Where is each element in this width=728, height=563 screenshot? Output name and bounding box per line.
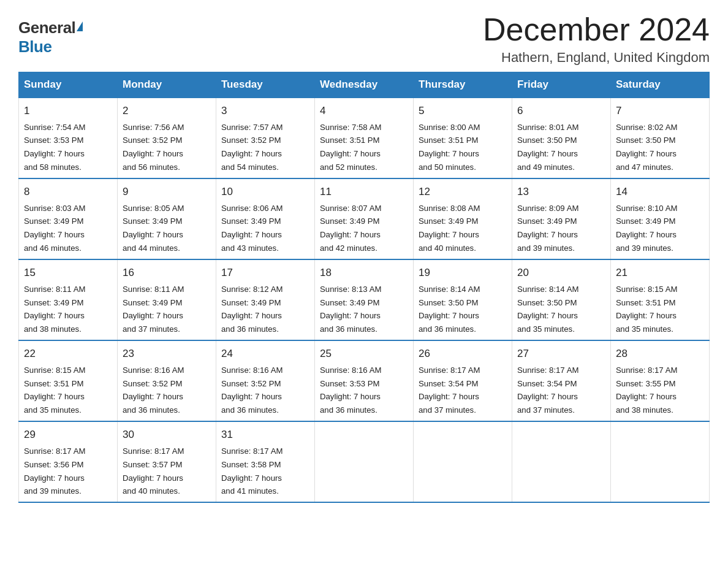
table-row: 26 Sunrise: 8:17 AMSunset: 3:54 PMDaylig…	[414, 340, 512, 421]
logo-general: General	[18, 18, 75, 37]
table-row	[414, 421, 512, 502]
day-info: Sunrise: 8:17 AMSunset: 3:54 PMDaylight:…	[419, 366, 480, 415]
day-number: 14	[616, 184, 704, 200]
day-number: 2	[123, 103, 211, 119]
day-number: 26	[419, 346, 507, 362]
table-row: 22 Sunrise: 8:15 AMSunset: 3:51 PMDaylig…	[19, 340, 118, 421]
day-info: Sunrise: 8:15 AMSunset: 3:51 PMDaylight:…	[616, 285, 677, 334]
header-row: Sunday Monday Tuesday Wednesday Thursday…	[19, 72, 710, 98]
table-row: 12 Sunrise: 8:08 AMSunset: 3:49 PMDaylig…	[414, 178, 512, 259]
week-row-4: 22 Sunrise: 8:15 AMSunset: 3:51 PMDaylig…	[19, 340, 710, 421]
table-row: 21 Sunrise: 8:15 AMSunset: 3:51 PMDaylig…	[611, 259, 710, 340]
week-row-5: 29 Sunrise: 8:17 AMSunset: 3:56 PMDaylig…	[19, 421, 710, 502]
table-row	[315, 421, 414, 502]
day-info: Sunrise: 8:06 AMSunset: 3:49 PMDaylight:…	[221, 204, 282, 253]
day-info: Sunrise: 8:02 AMSunset: 3:50 PMDaylight:…	[616, 123, 677, 172]
day-info: Sunrise: 7:58 AMSunset: 3:51 PMDaylight:…	[320, 123, 381, 172]
day-info: Sunrise: 8:16 AMSunset: 3:52 PMDaylight:…	[221, 366, 282, 415]
day-info: Sunrise: 8:07 AMSunset: 3:49 PMDaylight:…	[320, 204, 381, 253]
day-number: 3	[221, 103, 309, 119]
day-info: Sunrise: 8:15 AMSunset: 3:51 PMDaylight:…	[24, 366, 85, 415]
day-number: 30	[123, 427, 211, 443]
table-row: 9 Sunrise: 8:05 AMSunset: 3:49 PMDayligh…	[118, 178, 216, 259]
day-info: Sunrise: 8:00 AMSunset: 3:51 PMDaylight:…	[419, 123, 480, 172]
table-row: 30 Sunrise: 8:17 AMSunset: 3:57 PMDaylig…	[118, 421, 216, 502]
table-row: 23 Sunrise: 8:16 AMSunset: 3:52 PMDaylig…	[118, 340, 216, 421]
table-row: 25 Sunrise: 8:16 AMSunset: 3:53 PMDaylig…	[315, 340, 414, 421]
day-number: 7	[616, 103, 704, 119]
table-row: 18 Sunrise: 8:13 AMSunset: 3:49 PMDaylig…	[315, 259, 414, 340]
day-number: 10	[221, 184, 309, 200]
table-row: 2 Sunrise: 7:56 AMSunset: 3:52 PMDayligh…	[118, 98, 216, 178]
table-row: 29 Sunrise: 8:17 AMSunset: 3:56 PMDaylig…	[19, 421, 118, 502]
table-row: 17 Sunrise: 8:12 AMSunset: 3:49 PMDaylig…	[216, 259, 315, 340]
day-number: 18	[320, 265, 408, 281]
header-friday: Friday	[512, 72, 611, 98]
day-number: 31	[221, 427, 309, 443]
header-wednesday: Wednesday	[315, 72, 414, 98]
header-sunday: Sunday	[19, 72, 118, 98]
day-info: Sunrise: 8:14 AMSunset: 3:50 PMDaylight:…	[517, 285, 578, 334]
day-number: 17	[221, 265, 309, 281]
day-info: Sunrise: 7:54 AMSunset: 3:53 PMDaylight:…	[24, 123, 85, 172]
header-saturday: Saturday	[611, 72, 710, 98]
table-row: 27 Sunrise: 8:17 AMSunset: 3:54 PMDaylig…	[512, 340, 611, 421]
day-info: Sunrise: 8:01 AMSunset: 3:50 PMDaylight:…	[517, 123, 578, 172]
table-row: 8 Sunrise: 8:03 AMSunset: 3:49 PMDayligh…	[19, 178, 118, 259]
logo: General Blue	[18, 18, 83, 56]
table-row: 3 Sunrise: 7:57 AMSunset: 3:52 PMDayligh…	[216, 98, 315, 178]
calendar-header: Sunday Monday Tuesday Wednesday Thursday…	[19, 72, 710, 98]
day-info: Sunrise: 8:10 AMSunset: 3:49 PMDaylight:…	[616, 204, 677, 253]
header-thursday: Thursday	[414, 72, 512, 98]
header-monday: Monday	[118, 72, 216, 98]
day-info: Sunrise: 8:11 AMSunset: 3:49 PMDaylight:…	[123, 285, 184, 334]
day-info: Sunrise: 8:13 AMSunset: 3:49 PMDaylight:…	[320, 285, 381, 334]
week-row-1: 1 Sunrise: 7:54 AMSunset: 3:53 PMDayligh…	[19, 98, 710, 178]
day-number: 22	[24, 346, 112, 362]
table-row: 1 Sunrise: 7:54 AMSunset: 3:53 PMDayligh…	[19, 98, 118, 178]
day-number: 15	[24, 265, 112, 281]
table-row	[512, 421, 611, 502]
day-number: 16	[123, 265, 211, 281]
logo-blue: Blue	[18, 37, 51, 56]
day-info: Sunrise: 8:08 AMSunset: 3:49 PMDaylight:…	[419, 204, 480, 253]
day-number: 5	[419, 103, 507, 119]
table-row: 28 Sunrise: 8:17 AMSunset: 3:55 PMDaylig…	[611, 340, 710, 421]
day-number: 11	[320, 184, 408, 200]
week-row-3: 15 Sunrise: 8:11 AMSunset: 3:49 PMDaylig…	[19, 259, 710, 340]
day-info: Sunrise: 8:17 AMSunset: 3:55 PMDaylight:…	[616, 366, 677, 415]
table-row: 20 Sunrise: 8:14 AMSunset: 3:50 PMDaylig…	[512, 259, 611, 340]
table-row: 24 Sunrise: 8:16 AMSunset: 3:52 PMDaylig…	[216, 340, 315, 421]
day-info: Sunrise: 7:56 AMSunset: 3:52 PMDaylight:…	[123, 123, 184, 172]
logo-triangle-icon	[77, 21, 83, 31]
day-info: Sunrise: 8:03 AMSunset: 3:49 PMDaylight:…	[24, 204, 85, 253]
day-number: 23	[123, 346, 211, 362]
day-info: Sunrise: 8:16 AMSunset: 3:52 PMDaylight:…	[123, 366, 184, 415]
day-number: 25	[320, 346, 408, 362]
day-info: Sunrise: 8:11 AMSunset: 3:49 PMDaylight:…	[24, 285, 85, 334]
calendar-subtitle: Hathern, England, United Kingdom	[483, 50, 710, 66]
table-row: 13 Sunrise: 8:09 AMSunset: 3:49 PMDaylig…	[512, 178, 611, 259]
table-row: 19 Sunrise: 8:14 AMSunset: 3:50 PMDaylig…	[414, 259, 512, 340]
day-info: Sunrise: 8:17 AMSunset: 3:56 PMDaylight:…	[24, 446, 85, 496]
day-number: 29	[24, 427, 112, 443]
day-number: 1	[24, 103, 112, 119]
table-row: 14 Sunrise: 8:10 AMSunset: 3:49 PMDaylig…	[611, 178, 710, 259]
day-info: Sunrise: 8:17 AMSunset: 3:58 PMDaylight:…	[221, 446, 282, 496]
day-number: 24	[221, 346, 309, 362]
table-row: 4 Sunrise: 7:58 AMSunset: 3:51 PMDayligh…	[315, 98, 414, 178]
day-info: Sunrise: 8:17 AMSunset: 3:57 PMDaylight:…	[123, 446, 184, 496]
day-info: Sunrise: 8:05 AMSunset: 3:49 PMDaylight:…	[123, 204, 184, 253]
calendar-body: 1 Sunrise: 7:54 AMSunset: 3:53 PMDayligh…	[19, 98, 710, 502]
table-row: 31 Sunrise: 8:17 AMSunset: 3:58 PMDaylig…	[216, 421, 315, 502]
day-number: 12	[419, 184, 507, 200]
table-row: 16 Sunrise: 8:11 AMSunset: 3:49 PMDaylig…	[118, 259, 216, 340]
day-number: 28	[616, 346, 704, 362]
header-tuesday: Tuesday	[216, 72, 315, 98]
day-number: 8	[24, 184, 112, 200]
table-row: 10 Sunrise: 8:06 AMSunset: 3:49 PMDaylig…	[216, 178, 315, 259]
day-number: 21	[616, 265, 704, 281]
day-number: 20	[517, 265, 605, 281]
day-info: Sunrise: 8:16 AMSunset: 3:53 PMDaylight:…	[320, 366, 381, 415]
table-row: 5 Sunrise: 8:00 AMSunset: 3:51 PMDayligh…	[414, 98, 512, 178]
